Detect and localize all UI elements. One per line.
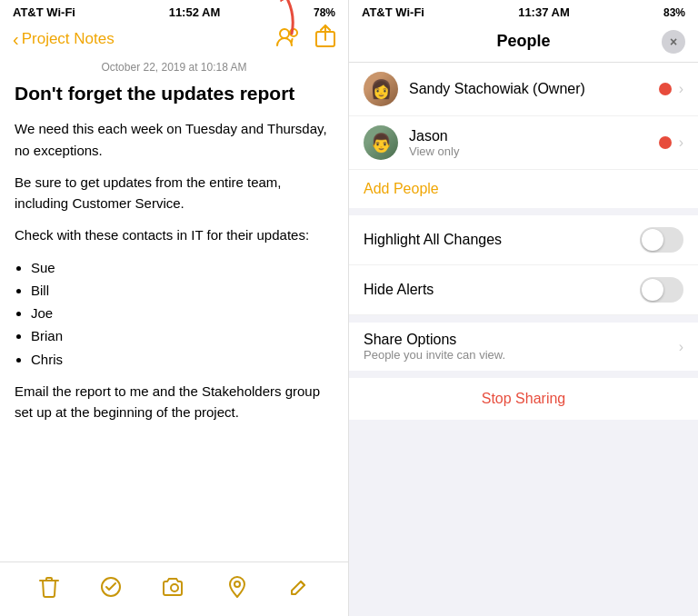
export-icon[interactable]	[315, 25, 335, 54]
stop-sharing-section: Stop Sharing	[349, 378, 698, 420]
list-item: Bill	[31, 280, 334, 301]
notes-content: Don't forget the updates report We need …	[0, 81, 348, 561]
person-info-sandy: Sandy Stachowiak (Owner)	[409, 81, 659, 97]
person-info-jason: Jason View only	[409, 128, 659, 158]
header-icons	[275, 25, 335, 54]
notes-panel: AT&T Wi-Fi 11:52 AM 78% ‹ Project Notes	[0, 0, 349, 616]
toggle-section: Highlight All Changes Hide Alerts	[349, 215, 698, 315]
checkmark-icon[interactable]	[100, 576, 122, 603]
notes-title: Don't forget the updates report	[15, 81, 334, 105]
highlight-changes-toggle[interactable]	[640, 227, 683, 253]
back-button[interactable]: ‹ Project Notes	[13, 30, 115, 48]
right-battery-area: 83%	[663, 6, 685, 19]
svg-point-7	[234, 581, 240, 587]
left-carrier: AT&T Wi-Fi	[13, 5, 75, 19]
share-options-title: Share Options	[364, 332, 505, 348]
hide-alerts-toggle[interactable]	[640, 277, 683, 303]
notes-toolbar	[0, 561, 348, 616]
share-options-text: Share Options People you invite can view…	[364, 332, 505, 362]
person-name-sandy: Sandy Stachowiak (Owner)	[409, 81, 659, 97]
list-item: Brian	[31, 325, 334, 346]
person-row-jason[interactable]: 👨 Jason View only ›	[349, 116, 698, 170]
right-time: 11:37 AM	[518, 5, 570, 19]
compose-icon[interactable]	[288, 576, 310, 603]
people-title: People	[496, 32, 550, 51]
person-right-sandy: ›	[659, 81, 683, 97]
notes-date: October 22, 2019 at 10:18 AM	[0, 59, 348, 81]
paragraph-3: Check with these contacts in IT for thei…	[15, 224, 334, 245]
toggle-knob	[642, 229, 663, 251]
svg-point-0	[280, 29, 289, 38]
chevron-right-icon-sandy: ›	[679, 81, 683, 97]
svg-point-6	[171, 584, 178, 591]
share-options-row[interactable]: Share Options People you invite can view…	[349, 323, 698, 371]
contacts-list: Sue Bill Joe Brian Chris	[31, 257, 334, 370]
person-row-sandy[interactable]: 👩 Sandy Stachowiak (Owner) ›	[349, 63, 698, 116]
list-item: Joe	[31, 303, 334, 323]
hide-alerts-row: Hide Alerts	[349, 265, 698, 315]
share-options-section: Share Options People you invite can view…	[349, 323, 698, 371]
person-name-jason: Jason	[409, 128, 659, 144]
back-chevron-icon: ‹	[13, 30, 19, 48]
chevron-right-icon-jason: ›	[679, 134, 683, 151]
avatar-sandy: 👩	[364, 72, 398, 106]
notes-header: ‹ Project Notes	[0, 21, 348, 59]
share-people-icon[interactable]	[275, 25, 301, 53]
status-dot-jason	[659, 136, 672, 149]
notes-status-bar: AT&T Wi-Fi 11:52 AM 78%	[0, 0, 348, 21]
toggle-knob	[642, 279, 663, 301]
left-battery-pct: 78%	[314, 6, 335, 19]
right-battery-pct: 83%	[663, 6, 685, 19]
notes-body: We need this each week on Tuesday and Th…	[15, 118, 334, 422]
list-item: Sue	[31, 257, 334, 278]
people-status-bar: AT&T Wi-Fi 11:37 AM 83%	[349, 0, 698, 21]
paragraph-1: We need this each week on Tuesday and Th…	[15, 118, 334, 161]
closing-paragraph: Email the report to me and the Stakehold…	[15, 381, 334, 423]
left-battery-area: 78%	[314, 6, 335, 19]
close-button[interactable]: ×	[662, 30, 685, 54]
share-options-chevron-icon: ›	[679, 339, 683, 355]
highlight-changes-label: Highlight All Changes	[364, 232, 502, 248]
status-dot-sandy	[659, 83, 672, 95]
paragraph-2: Be sure to get updates from the entire t…	[15, 172, 334, 214]
people-panel: AT&T Wi-Fi 11:37 AM 83% People × 👩 Sandy…	[349, 0, 698, 616]
highlight-changes-row: Highlight All Changes	[349, 215, 698, 265]
person-role-jason: View only	[409, 144, 659, 158]
avatar-jason: 👨	[364, 125, 398, 160]
people-list-section: 👩 Sandy Stachowiak (Owner) › 👨 Jason Vie…	[349, 63, 698, 208]
back-label: Project Notes	[22, 30, 115, 48]
stop-sharing-button[interactable]: Stop Sharing	[349, 378, 698, 420]
svg-point-1	[290, 29, 297, 36]
people-header: People ×	[349, 21, 698, 63]
add-people-button[interactable]: Add People	[349, 170, 698, 208]
camera-icon[interactable]	[163, 577, 186, 602]
trash-icon[interactable]	[39, 576, 59, 603]
right-carrier: AT&T Wi-Fi	[362, 5, 424, 19]
list-item: Chris	[31, 349, 334, 370]
person-right-jason: ›	[659, 134, 683, 151]
share-options-subtitle: People you invite can view.	[364, 348, 505, 362]
left-time: 11:52 AM	[169, 5, 221, 19]
hide-alerts-label: Hide Alerts	[364, 282, 434, 298]
location-icon[interactable]	[227, 576, 247, 603]
